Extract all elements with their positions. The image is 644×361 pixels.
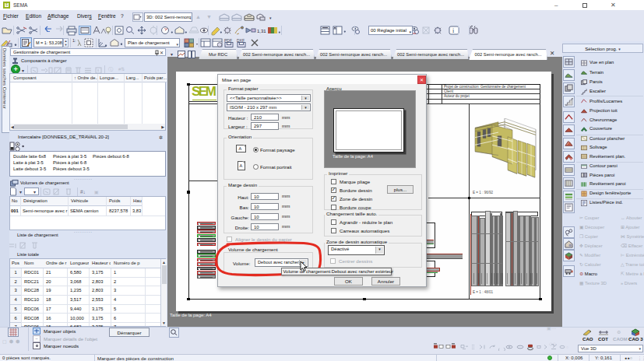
- svg-text:1,31: 1,31: [257, 29, 266, 33]
- svg-text:1:: 1:: [72, 38, 76, 43]
